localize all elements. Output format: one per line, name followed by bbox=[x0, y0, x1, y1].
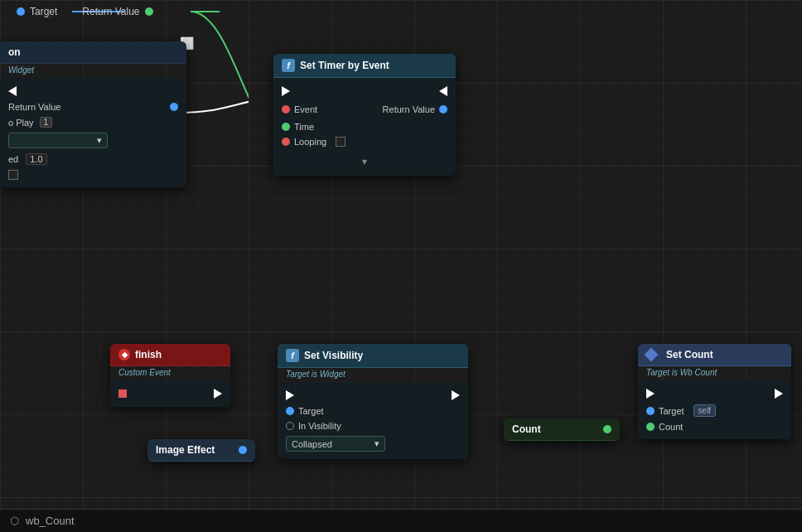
left-play-label: o Play bbox=[8, 118, 34, 128]
in-visibility-pin bbox=[286, 422, 294, 430]
self-badge: self bbox=[693, 404, 717, 417]
left-dropdown[interactable]: ▾ bbox=[8, 133, 108, 148]
finish-subtitle: Custom Event bbox=[110, 366, 230, 380]
left-play-num: 1 bbox=[40, 117, 53, 128]
set-timer-return-pin bbox=[439, 105, 447, 114]
set-vis-target-label: Target bbox=[298, 406, 324, 416]
set-timer-looping-row: Looping bbox=[273, 134, 456, 149]
image-effect-header: Image Effect bbox=[147, 439, 255, 462]
set-count-diamond-icon bbox=[645, 348, 659, 362]
set-timer-expand[interactable]: ▾ bbox=[273, 154, 456, 171]
top-bar: Target Return Value bbox=[0, 0, 802, 23]
finish-event-icon: ◆ bbox=[118, 349, 130, 360]
count-src-title: Count bbox=[512, 423, 541, 435]
finish-exec-row bbox=[110, 385, 230, 402]
set-visibility-func-icon: f bbox=[286, 349, 299, 362]
time-label: Time bbox=[294, 122, 314, 132]
set-count-target-row: Target self bbox=[638, 402, 791, 419]
left-checkbox[interactable] bbox=[8, 170, 18, 180]
set-vis-exec-out bbox=[452, 390, 460, 400]
set-count-title: Set Count bbox=[666, 349, 713, 360]
left-exec-out-pin bbox=[8, 86, 17, 96]
set-count-target-label: Target bbox=[659, 406, 684, 416]
set-visibility-node: f Set Visibility Target is Widget Target… bbox=[278, 344, 468, 459]
left-play-row: o Play 1 bbox=[0, 114, 186, 130]
set-vis-dropdown-row[interactable]: Collapsed ▾ bbox=[278, 433, 468, 454]
set-timer-title: Set Timer by Event bbox=[300, 60, 389, 71]
image-effect-out-pin bbox=[239, 446, 247, 454]
set-timer-time-row: Time bbox=[273, 119, 456, 134]
set-timer-event-left: Event bbox=[273, 102, 374, 117]
set-vis-exec-row bbox=[278, 387, 468, 404]
status-label: wb_Count bbox=[26, 515, 75, 527]
count-source-node: Count bbox=[504, 418, 620, 441]
target-pin-group: Target bbox=[17, 6, 57, 17]
target-pin bbox=[17, 7, 25, 16]
status-bar: ⬡ wb_Count bbox=[0, 509, 802, 532]
return-value-label: Return Value bbox=[82, 6, 139, 17]
set-count-count-label: Count bbox=[659, 422, 683, 432]
looping-label: Looping bbox=[294, 137, 326, 147]
return-value-pin bbox=[145, 7, 153, 16]
finish-node: ◆ finish Custom Event bbox=[110, 344, 230, 407]
set-vis-target-row: Target bbox=[278, 404, 468, 418]
left-speed-label: ed bbox=[8, 154, 18, 164]
set-timer-header: f Set Timer by Event bbox=[273, 54, 456, 78]
set-timer-exec-in bbox=[282, 86, 290, 96]
set-timer-node: f Set Timer by Event Event Return Value … bbox=[273, 54, 456, 176]
set-count-target-pin bbox=[646, 407, 655, 415]
left-checkbox-row bbox=[0, 167, 186, 182]
set-timer-exec-row bbox=[273, 83, 456, 99]
finish-red-square bbox=[118, 389, 127, 398]
set-timer-return-right: Return Value bbox=[374, 102, 456, 117]
event-pin bbox=[282, 105, 290, 114]
set-timer-func-icon: f bbox=[282, 59, 295, 72]
left-speed-row: ed 1.0 bbox=[0, 151, 186, 167]
left-node-subtitle: Widget bbox=[0, 64, 186, 78]
dropdown-value: Collapsed bbox=[292, 439, 332, 449]
set-timer-return-left-row bbox=[273, 149, 456, 154]
left-return-pin bbox=[170, 103, 178, 111]
status-graph-icon: ⬡ bbox=[10, 515, 19, 527]
set-count-subtitle: Target is Wb Count bbox=[638, 366, 791, 380]
set-vis-exec-in bbox=[286, 390, 294, 400]
left-node-header: on bbox=[0, 41, 186, 64]
set-visibility-title: Set Visibility bbox=[304, 350, 363, 361]
set-vis-dropdown[interactable]: Collapsed ▾ bbox=[286, 436, 385, 452]
left-exec-row bbox=[0, 83, 186, 99]
in-visibility-label: In Visibility bbox=[298, 421, 341, 431]
left-speed-value: 1.0 bbox=[26, 153, 46, 165]
looping-checkbox[interactable] bbox=[336, 137, 345, 147]
event-label: Event bbox=[294, 104, 317, 114]
finish-title: finish bbox=[135, 349, 162, 360]
image-effect-node: Image Effect bbox=[147, 439, 255, 462]
set-vis-invisibility-row: In Visibility bbox=[278, 418, 468, 433]
finish-header: ◆ finish bbox=[110, 344, 230, 366]
return-value-pin-group: Return Value bbox=[82, 6, 152, 17]
left-partial-node: on Widget Return Value o Play 1 ▾ ed 1.0 bbox=[0, 41, 186, 187]
left-return-label: Return Value bbox=[8, 102, 60, 112]
set-count-exec-row bbox=[638, 385, 791, 402]
set-vis-target-pin bbox=[286, 407, 294, 415]
looping-pin bbox=[282, 138, 290, 146]
left-dropdown-row[interactable]: ▾ bbox=[0, 130, 186, 151]
image-effect-title: Image Effect bbox=[156, 444, 215, 456]
set-count-node: Set Count Target is Wb Count Target self… bbox=[638, 344, 791, 439]
time-pin bbox=[282, 123, 290, 131]
count-src-header: Count bbox=[504, 418, 620, 441]
set-count-count-row: Count bbox=[638, 419, 791, 434]
left-node-title: on bbox=[8, 46, 21, 58]
return-value-right: Return Value bbox=[383, 104, 435, 114]
set-timer-exec-out bbox=[439, 86, 447, 96]
set-visibility-header: f Set Visibility bbox=[278, 344, 468, 368]
target-label: Target bbox=[30, 6, 57, 17]
set-count-count-pin bbox=[646, 423, 655, 431]
set-count-header: Set Count bbox=[638, 344, 791, 366]
set-count-exec-in bbox=[646, 389, 655, 399]
left-return-value-row: Return Value bbox=[0, 99, 186, 114]
finish-exec-out bbox=[214, 389, 222, 399]
set-count-exec-out bbox=[775, 389, 783, 399]
set-timer-event-row: Event Return Value bbox=[273, 99, 456, 119]
count-src-out-pin bbox=[603, 425, 611, 433]
set-visibility-subtitle: Target is Widget bbox=[278, 368, 468, 382]
